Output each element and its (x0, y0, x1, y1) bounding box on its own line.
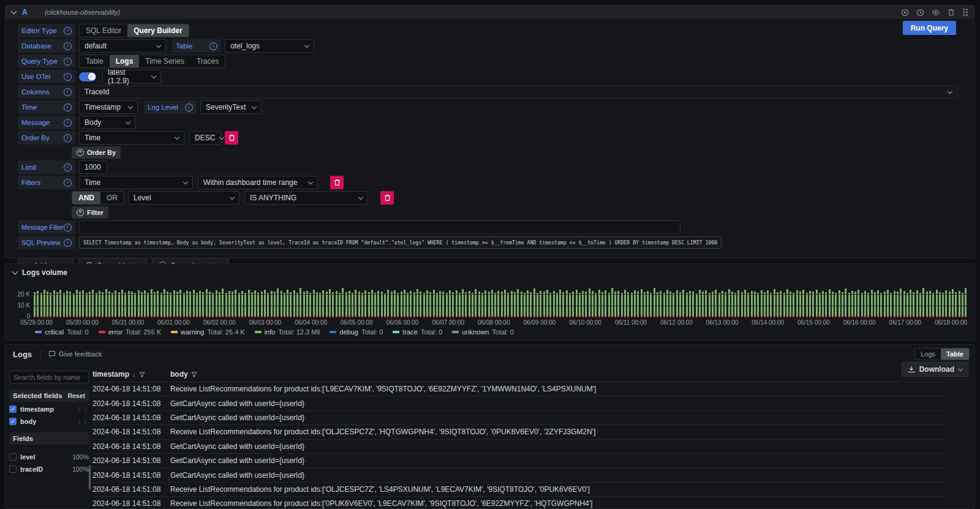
message-column-select[interactable]: Body (79, 116, 135, 129)
checkbox-unchecked[interactable] (9, 466, 17, 473)
info-icon[interactable] (64, 104, 72, 111)
database-select[interactable]: default (79, 39, 166, 53)
hide-response-eye-icon[interactable] (932, 9, 940, 17)
legend-item-critical[interactable]: criticalTotal: 0 (35, 328, 89, 336)
selected-field-body[interactable]: ✓body⋮⋮ (9, 416, 89, 426)
query-editor-panel: A (clickhouse-observability) Run Query (5, 5, 975, 258)
query-type-traces[interactable]: Traces (190, 55, 225, 67)
editor-type-query-builder[interactable]: Query Builder (127, 25, 188, 37)
message-filter-input[interactable] (79, 221, 680, 234)
filter-operator-select[interactable]: Within dashboard time range (198, 176, 318, 189)
query-history-icon[interactable] (916, 9, 924, 17)
use-otel-toggle[interactable]: ✓ (79, 72, 96, 81)
legend-item-info[interactable]: infoTotal: 12.3 Mil (255, 328, 320, 336)
volume-bar (186, 291, 188, 317)
query-type-time-series[interactable]: Time Series (139, 55, 190, 67)
info-icon[interactable] (185, 104, 193, 111)
query-type-logs[interactable]: Logs (110, 55, 140, 67)
legend-item-debug[interactable]: debugTotal: 0 (330, 328, 383, 336)
info-icon[interactable] (64, 73, 72, 81)
drag-handle-icon[interactable] (962, 8, 968, 17)
logs-volume-plot[interactable] (34, 281, 967, 317)
body-column-header[interactable]: body (170, 370, 945, 379)
duplicate-query-icon[interactable] (901, 9, 909, 17)
info-icon[interactable] (64, 119, 72, 127)
bool-operator-radio-group: AND OR (72, 191, 124, 205)
filter-funnel-icon[interactable] (191, 372, 197, 377)
volume-bar (686, 293, 688, 318)
log-level-column-select[interactable]: SeverityText (200, 100, 262, 114)
info-icon[interactable] (64, 179, 72, 187)
log-table-row[interactable]: 2024-06-18 14:51:08GetCartAsync called w… (92, 467, 945, 481)
reset-fields-button[interactable]: Reset (67, 392, 85, 399)
info-icon[interactable] (64, 239, 72, 247)
delete-query-trash-icon[interactable] (948, 9, 955, 17)
remove-filter2-button[interactable] (380, 191, 394, 205)
log-table-row[interactable]: 2024-06-18 14:51:08Receive ListRecommend… (92, 382, 945, 396)
collapse-chevron-icon[interactable] (11, 8, 17, 14)
checkbox-unchecked[interactable] (9, 453, 17, 461)
available-field-level[interactable]: level100% (9, 451, 89, 462)
info-icon[interactable] (64, 27, 72, 35)
filter-field-select[interactable]: Time (79, 176, 193, 189)
legend-item-unknown[interactable]: unknownTotal: 0 (452, 328, 514, 336)
give-feedback-link[interactable]: Give feedback (40, 350, 102, 358)
filter2-operator-select[interactable]: IS ANYTHING (244, 191, 368, 205)
query-type-table[interactable]: Table (80, 55, 110, 67)
search-fields-input[interactable] (9, 371, 89, 383)
log-table-row[interactable]: 2024-06-18 14:51:08GetCartAsync called w… (92, 453, 945, 467)
time-column-select[interactable]: Timestamp (79, 100, 138, 114)
remove-order-by-button[interactable] (225, 131, 238, 145)
sort-desc-icon[interactable]: ↓ (132, 371, 136, 378)
info-icon[interactable] (64, 58, 72, 66)
drag-handle-icon[interactable]: ⋮⋮ (77, 406, 89, 412)
legend-item-trace[interactable]: traceTotal: 0 (393, 328, 442, 336)
view-toggle-logs[interactable]: Logs (915, 349, 941, 360)
filter2-field-select[interactable]: Level (128, 191, 239, 205)
info-icon[interactable] (64, 88, 72, 96)
table-select[interactable]: otel_logs (225, 39, 314, 53)
add-order-by-button[interactable]: Order By (72, 146, 121, 159)
log-table-row[interactable]: 2024-06-18 14:51:08Receive ListRecommend… (92, 482, 945, 496)
log-table-row[interactable]: 2024-06-18 14:51:08Receive ListRecommend… (92, 496, 945, 509)
logs-volume-header[interactable]: Logs volume (6, 264, 974, 277)
bool-or[interactable]: OR (100, 192, 124, 204)
otel-version-select[interactable]: latest (1.2.9) (102, 70, 161, 83)
remove-filter-button[interactable] (330, 176, 344, 189)
checkbox-checked[interactable]: ✓ (9, 418, 17, 425)
info-icon[interactable] (64, 224, 72, 232)
bool-and[interactable]: AND (72, 192, 100, 204)
drag-handle-icon[interactable]: ⋮⋮ (77, 418, 89, 424)
sql-preview-code[interactable]: SELECT Timestamp as timestamp, Body as b… (79, 236, 722, 249)
log-table-row[interactable]: 2024-06-18 14:51:08GetCartAsync called w… (92, 396, 945, 410)
legend-swatch (393, 331, 399, 333)
sidebar-scrollbar[interactable] (89, 465, 91, 489)
volume-bar (900, 288, 902, 317)
selected-field-timestamp[interactable]: ✓timestamp⋮⋮ (9, 404, 89, 414)
log-table-row[interactable]: 2024-06-18 14:51:08GetCartAsync called w… (92, 410, 945, 424)
timestamp-column-header[interactable]: timestamp ↓ (92, 370, 170, 379)
info-icon[interactable] (64, 134, 72, 142)
order-by-direction-select[interactable]: DESC (189, 131, 221, 145)
log-body-cell: Receive ListRecommendations for product … (170, 485, 945, 494)
legend-item-error[interactable]: errorTotal: 255 K (99, 328, 161, 336)
log-table-row[interactable]: 2024-06-18 14:51:08GetCartAsync called w… (92, 439, 945, 453)
view-toggle-table[interactable]: Table (941, 349, 969, 360)
order-by-field-select[interactable]: Time (79, 131, 184, 145)
limit-input[interactable]: 1000 (79, 160, 107, 174)
info-icon[interactable] (64, 42, 72, 50)
log-table-row[interactable]: 2024-06-18 14:51:08Receive ListRecommend… (92, 424, 945, 439)
legend-swatch (452, 331, 459, 333)
legend-item-warning[interactable]: warningTotal: 25.4 K (171, 328, 245, 336)
filter-funnel-icon[interactable] (139, 372, 145, 377)
query-row-header[interactable]: A (clickhouse-observability) (6, 6, 974, 19)
checkbox-checked[interactable]: ✓ (9, 405, 17, 413)
info-icon[interactable] (64, 164, 72, 172)
editor-type-sql-editor[interactable]: SQL Editor (80, 25, 127, 37)
log-timestamp-cell: 2024-06-18 14:51:08 (92, 485, 170, 494)
add-filter-button[interactable]: Filter (72, 206, 108, 219)
available-field-traceID[interactable]: traceID100% (9, 464, 89, 474)
columns-multiselect[interactable]: TraceId (79, 85, 957, 99)
info-icon[interactable] (209, 42, 217, 50)
collapse-chevron-icon[interactable] (12, 268, 18, 274)
